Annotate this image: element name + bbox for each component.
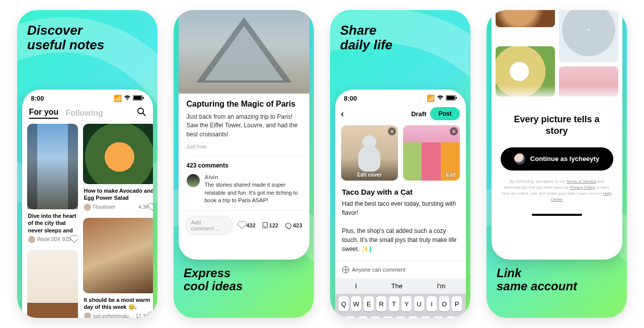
card-image [27,124,78,209]
status-time: 8:00 [344,95,357,102]
promo-panel-share: Share daily life 8:00 📶 ‹ Draft Post ✕ E… [330,10,470,318]
keyboard-key[interactable]: R [376,296,386,311]
card-likes: 12.3K [136,313,149,318]
post-hero-image[interactable] [179,10,309,94]
svg-rect-1 [133,96,141,100]
add-comment-input[interactable]: Add comment… [186,216,233,235]
compose-text[interactable]: Had the best taco ever today, bursting w… [335,199,466,254]
card-title: It should be a most warm day of this wee… [83,293,153,313]
feed-card[interactable]: Dive into the heart of the city that nev… [27,124,78,246]
feed-card[interactable]: It should be a most warm day of this wee… [83,218,153,318]
tab-for-you[interactable]: For you [29,108,59,119]
keyboard-key[interactable]: J [421,316,431,318]
keyboard-key[interactable]: H [408,316,418,318]
fade-overlay [492,86,622,101]
keyboard-key[interactable]: Q [339,296,349,311]
svg-rect-2 [143,97,144,99]
keyboard-key[interactable]: U [414,296,424,311]
avatar-icon [28,236,35,243]
keyboard-key[interactable]: Y [401,296,412,311]
card-user: Flourlover [93,204,115,210]
post-time: Just now [187,144,301,149]
phone-post: Capturing the Magic of Paris Just back f… [179,10,309,260]
compose-photo[interactable]: ✕ Edit cover [341,125,398,181]
headline: Discover useful notes [17,10,157,60]
svg-rect-7 [456,97,457,99]
suggestion[interactable]: I [355,282,357,290]
keyboard-suggestions: I The I'm [335,278,466,294]
svg-rect-6 [446,96,454,100]
privacy-row[interactable]: Anyone can comment [335,261,466,278]
card-meta: just.ephemeralu… 12.3K [83,312,153,318]
keyboard-key[interactable]: D [370,316,380,318]
remove-photo-icon[interactable]: ✕ [450,127,458,135]
keyboard-key[interactable]: F [383,316,393,318]
privacy-link[interactable]: Privacy Policy [570,185,595,190]
card-image [27,250,78,318]
keyboard-key[interactable]: A [345,316,355,318]
card-image [83,124,153,184]
gallery-image [496,10,555,27]
back-icon[interactable]: ‹ [341,109,344,119]
compose-title[interactable]: Taco Day with a Cat [335,181,466,199]
chat-icon [285,223,291,228]
keyboard-key[interactable]: P [452,296,462,311]
card-title: How to make Avocado and Egg Power Salad [83,184,153,204]
battery-icon [133,95,144,102]
keyboard: QWERTYUIOP ASDFGHJKL [335,294,466,318]
home-indicator [532,214,582,216]
post-button[interactable]: Post [430,107,459,120]
bookmark-button[interactable]: 122 [263,222,278,228]
heart-icon [70,236,77,243]
search-icon[interactable] [137,107,146,119]
status-time: 8:00 [31,95,44,102]
wifi-icon [124,95,131,102]
keyboard-key[interactable]: O [439,296,449,311]
tos-link[interactable]: Terms of Service [566,179,596,184]
text-cursor [370,247,371,253]
commenter-name: Alvin [205,174,301,180]
keyboard-key[interactable]: G [395,316,406,318]
continue-button[interactable]: Continue as lycheeyty [501,147,613,171]
comments-count: 423 comments [187,162,301,169]
compose-photo[interactable]: ✕ Edit [403,125,460,181]
phone-signin: Every picture tells a story Continue as … [492,10,622,260]
phone-compose: 8:00 📶 ‹ Draft Post ✕ Edit cover ✕ [335,90,466,318]
edit-cover-label[interactable]: Edit cover [357,172,381,178]
comment[interactable]: Alvin The stories shared made it super r… [187,174,301,204]
keyboard-key[interactable]: T [389,296,399,311]
card-user: just.ephemeralu… [93,313,134,318]
keyboard-key[interactable]: I [427,296,437,311]
suggestion[interactable]: The [391,282,403,290]
keyboard-key[interactable]: K [433,316,443,318]
signal-icon: 📶 [114,95,122,102]
remove-photo-icon[interactable]: ✕ [388,127,396,135]
svg-point-3 [138,108,143,114]
headline: Share daily life [330,10,470,60]
card-image [83,218,153,293]
suggestion[interactable]: I'm [437,282,445,290]
card-meta: Wade.00X 925 [27,236,78,246]
feed-card[interactable]: Boutique Collection of Autumn / Winter S… [27,250,78,318]
promo-panel-express: Capturing the Magic of Paris Just back f… [174,10,314,318]
keyboard-key[interactable]: L [446,316,456,318]
feed-card[interactable]: How to make Avocado and Egg Power Salad … [83,124,153,214]
card-likes: 4.3K [138,204,149,210]
comment-button[interactable]: 423 [285,222,302,228]
keyboard-key[interactable]: W [351,296,361,311]
tab-following[interactable]: Following [65,109,103,118]
keyboard-key[interactable]: S [358,316,368,318]
status-bar: 8:00 📶 [335,90,466,104]
battery-icon [446,95,457,102]
draft-button[interactable]: Draft [411,110,426,118]
like-button[interactable]: 432 [239,222,255,228]
promo-panel-discover: Discover useful notes 8:00 📶 For you Fol… [17,10,157,318]
keyboard-key[interactable]: E [364,296,374,311]
phone-discover: 8:00 📶 For you Following Dive into the h… [22,90,153,318]
edit-label[interactable]: Edit [446,172,456,178]
globe-icon [342,266,349,273]
avatar-icon [84,312,91,318]
post-desc: Just back from an amazing trip to Paris!… [187,113,301,139]
status-icons: 📶 [427,95,457,102]
status-bar: 8:00 📶 [22,90,153,104]
